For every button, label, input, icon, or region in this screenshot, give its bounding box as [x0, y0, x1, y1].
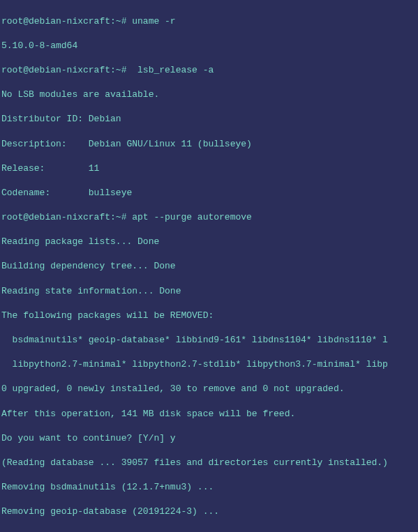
command-text: uname -r	[132, 16, 175, 26]
output-line: Reading state information... Done	[1, 285, 418, 298]
output-line: 5.10.0-8-amd64	[1, 40, 418, 52]
prompt-line: root@debian-nixcraft:~# lsb_release -a	[1, 64, 418, 77]
output-line: libpython2.7-minimal* libpython2.7-stdli…	[1, 358, 418, 371]
output-line: Do you want to continue? [Y/n] y	[1, 432, 418, 445]
output-line: After this operation, 141 MB disk space …	[1, 408, 418, 420]
output-line: Removing bsdmainutils (12.1.7+nmu3) ...	[1, 481, 418, 494]
output-line: Building dependency tree... Done	[1, 260, 418, 273]
prompt-prefix: root@debian-nixcraft:~#	[1, 65, 126, 75]
output-line: Reading package lists... Done	[1, 236, 418, 248]
output-line: Release: 11	[1, 162, 418, 175]
output-line: Distributor ID: Debian	[1, 113, 418, 126]
output-line: Description: Debian GNU/Linux 11 (bullse…	[1, 138, 418, 151]
output-line: Codename: bullseye	[1, 187, 418, 199]
output-line: 0 upgraded, 0 newly installed, 30 to rem…	[1, 383, 418, 395]
command-text: lsb_release -a	[132, 65, 214, 75]
output-line: bsdmainutils* geoip-database* libbind9-1…	[1, 334, 418, 347]
output-line: The following packages will be REMOVED:	[1, 310, 418, 322]
output-line: Removing geoip-database (20191224-3) ...	[1, 506, 418, 518]
output-line: (Reading database ... 39057 files and di…	[1, 457, 418, 469]
prompt-prefix: root@debian-nixcraft:~#	[1, 212, 126, 222]
prompt-line: root@debian-nixcraft:~# uname -r	[1, 15, 418, 28]
terminal-output: root@debian-nixcraft:~# uname -r 5.10.0-…	[0, 0, 418, 532]
command-text: apt --purge autoremove	[132, 212, 252, 222]
prompt-prefix: root@debian-nixcraft:~#	[1, 16, 126, 26]
prompt-line: root@debian-nixcraft:~# apt --purge auto…	[1, 211, 418, 224]
output-line: No LSB modules are available.	[1, 89, 418, 101]
